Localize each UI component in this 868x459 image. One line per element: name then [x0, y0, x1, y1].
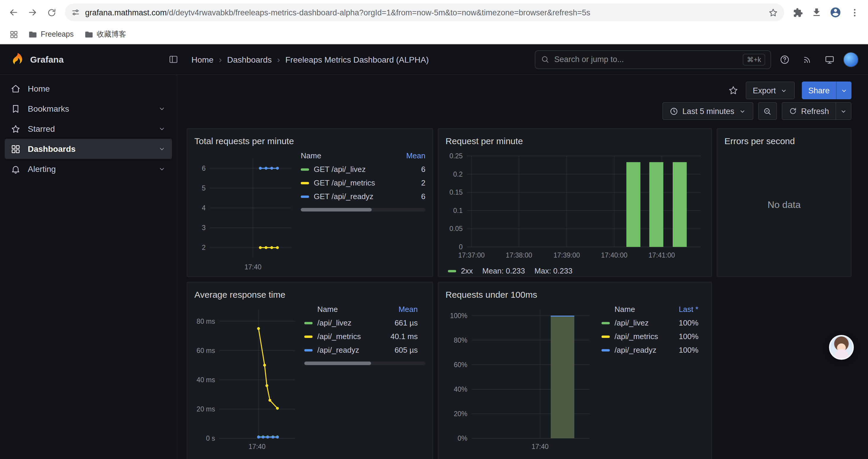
legend-series-name[interactable]: /api/_metrics	[317, 332, 379, 341]
sidebar-item-alerting[interactable]: Alerting	[5, 159, 172, 179]
legend-header-name[interactable]: Name	[317, 305, 379, 314]
legend-table: NameLast */api/_livez100%/api/_metrics10…	[601, 302, 699, 357]
sidebar: HomeBookmarksStarredDashboardsAlerting	[0, 75, 177, 459]
back-button[interactable]	[5, 4, 23, 21]
legend-header-mean[interactable]: Mean	[379, 305, 418, 314]
svg-text:0%: 0%	[458, 434, 467, 442]
legend-header-mean[interactable]: Mean	[395, 151, 426, 160]
legend-scrollbar[interactable]	[301, 208, 426, 211]
breadcrumb-item-0[interactable]: Home	[191, 55, 214, 64]
export-button[interactable]: Export	[746, 81, 795, 99]
grafana-logo-icon[interactable]	[9, 52, 24, 67]
panel-title[interactable]: Total requests per minute	[194, 132, 426, 149]
series-marker	[601, 335, 610, 338]
apps-grid-button[interactable]	[6, 27, 21, 42]
browser-chrome: grafana.mathmast.com/d/deytv4rwavabkb/fr…	[0, 0, 868, 44]
legend-series-name[interactable]: 2xx	[461, 266, 473, 275]
help-button[interactable]	[776, 51, 794, 68]
floating-assistant-avatar[interactable]	[829, 335, 854, 360]
svg-text:5: 5	[202, 184, 206, 192]
svg-text:0.1: 0.1	[453, 207, 463, 215]
svg-text:0.25: 0.25	[450, 152, 463, 160]
bookmark-item-0[interactable]: Freeleaps	[24, 28, 78, 41]
sidebar-item-dashboards[interactable]: Dashboards	[5, 139, 172, 159]
time-range-picker[interactable]: Last 5 minutes	[662, 102, 753, 120]
downloads-button[interactable]	[808, 4, 826, 21]
panel-left-icon	[168, 54, 179, 64]
dock-menu-button[interactable]	[168, 54, 179, 64]
refresh-button[interactable]: Refresh	[781, 102, 836, 120]
legend-row: /api/_metrics40.1 ms20.5 ms	[304, 330, 426, 343]
share-button[interactable]: Share	[802, 81, 836, 99]
legend-scrollbar[interactable]	[304, 362, 426, 365]
legend-series-name[interactable]: GET /api/_livez	[314, 165, 395, 174]
legend-stat-1: Max: 0.233	[534, 266, 572, 275]
omnibox[interactable]: grafana.mathmast.com/d/deytv4rwavabkb/fr…	[65, 4, 784, 21]
reload-button[interactable]	[42, 4, 60, 21]
average-response-time-chart[interactable]: 80 ms60 ms40 ms20 ms0 s17:40	[194, 302, 299, 454]
legend-series-name[interactable]: /api/_livez	[317, 319, 379, 327]
request-per-minute-chart[interactable]: 0.250.20.150.10.05017:37:0017:38:0017:39…	[445, 149, 706, 262]
breadcrumb-item-1[interactable]: Dashboards	[227, 55, 272, 64]
site-info-icon[interactable]	[71, 8, 80, 17]
legend-series-name[interactable]: /api/_readyz	[317, 346, 379, 355]
share-menu-button[interactable]	[836, 81, 851, 99]
forward-button[interactable]	[24, 4, 41, 21]
monitor-icon	[824, 54, 835, 65]
legend-total-requests: NameMeanGET /api/_livez6GET /api/_metric…	[295, 149, 426, 211]
panel-total-requests-per-minute[interactable]: Total requests per minute 6543217:40 Nam…	[187, 128, 433, 277]
legend-scrollbar-thumb[interactable]	[304, 362, 371, 365]
legend-mean-value: 661 µs	[379, 319, 418, 327]
panel-average-response-time[interactable]: Average response time 80 ms60 ms40 ms20 …	[187, 282, 433, 459]
display-button[interactable]	[821, 51, 838, 68]
chevron-down-icon	[158, 104, 166, 113]
panel-requests-under-100ms[interactable]: Requests under 100ms 100%80%60%40%20%0%1…	[438, 282, 712, 459]
url-text[interactable]: grafana.mathmast.com/d/deytv4rwavabkb/fr…	[85, 8, 764, 17]
sidebar-item-bookmarks[interactable]: Bookmarks	[5, 99, 172, 119]
legend-requests-under-100ms: NameLast */api/_livez100%/api/_metrics10…	[593, 302, 699, 357]
legend-series-name[interactable]: /api/_readyz	[615, 346, 664, 355]
panel-title[interactable]: Errors per second	[724, 132, 844, 149]
total-requests-chart[interactable]: 6543217:40	[194, 149, 295, 274]
legend-header-name[interactable]: Name	[615, 305, 664, 314]
refresh-interval-button[interactable]	[836, 102, 851, 120]
series-marker	[304, 322, 313, 324]
panel-title[interactable]: Request per minute	[445, 132, 704, 149]
user-avatar[interactable]	[843, 52, 859, 67]
bookmark-item-1[interactable]: 收藏博客	[80, 28, 131, 41]
legend-series-name[interactable]: GET /api/_readyz	[314, 192, 395, 201]
panel-request-per-minute[interactable]: Request per minute 0.250.20.150.10.05017…	[438, 128, 712, 277]
legend-header-last[interactable]: Last *	[664, 305, 699, 314]
sidebar-item-home[interactable]: Home	[5, 78, 172, 99]
zoom-out-button[interactable]	[758, 102, 777, 120]
legend-series-name[interactable]: GET /api/_metrics	[314, 178, 395, 187]
requests-under-100ms-chart[interactable]: 100%80%60%40%20%0%17:40	[445, 302, 593, 454]
profile-button[interactable]	[827, 4, 844, 21]
svg-text:60%: 60%	[454, 361, 467, 369]
extensions-button[interactable]	[789, 4, 807, 21]
browser-menu-button[interactable]	[845, 4, 863, 21]
legend-series-name[interactable]: /api/_livez	[615, 319, 664, 327]
panel-errors-per-second[interactable]: Errors per second No data	[717, 128, 851, 277]
brand-title: Grafana	[30, 54, 64, 64]
series-marker	[301, 182, 309, 184]
sidebar-item-starred[interactable]: Starred	[5, 119, 172, 139]
legend-header-last[interactable]: Last *	[418, 305, 426, 314]
search-input[interactable]: Search or jump to... ⌘+k	[535, 50, 771, 69]
panel-title[interactable]: Average response time	[194, 286, 426, 302]
bookmark-star-icon[interactable]	[768, 7, 778, 18]
news-button[interactable]	[798, 51, 816, 68]
legend-scrollbar-thumb[interactable]	[301, 208, 372, 211]
favorite-dashboard-button[interactable]	[728, 85, 739, 96]
svg-text:0.05: 0.05	[450, 225, 463, 232]
panel-title[interactable]: Requests under 100ms	[445, 286, 704, 302]
legend-last-value: 20.5 ms	[418, 332, 426, 341]
rss-icon	[802, 54, 812, 64]
legend-row: /api/_livez100%	[601, 316, 699, 330]
breadcrumb-item-2[interactable]: Freeleaps Metrics Dashboard (ALPHA)	[285, 55, 429, 64]
legend-series-name[interactable]: /api/_metrics	[615, 332, 664, 341]
series-marker	[304, 349, 313, 351]
legend-header-name[interactable]: Name	[301, 151, 395, 160]
time-range-label: Last 5 minutes	[682, 107, 735, 116]
bookmark-item-label: 收藏博客	[97, 29, 126, 39]
